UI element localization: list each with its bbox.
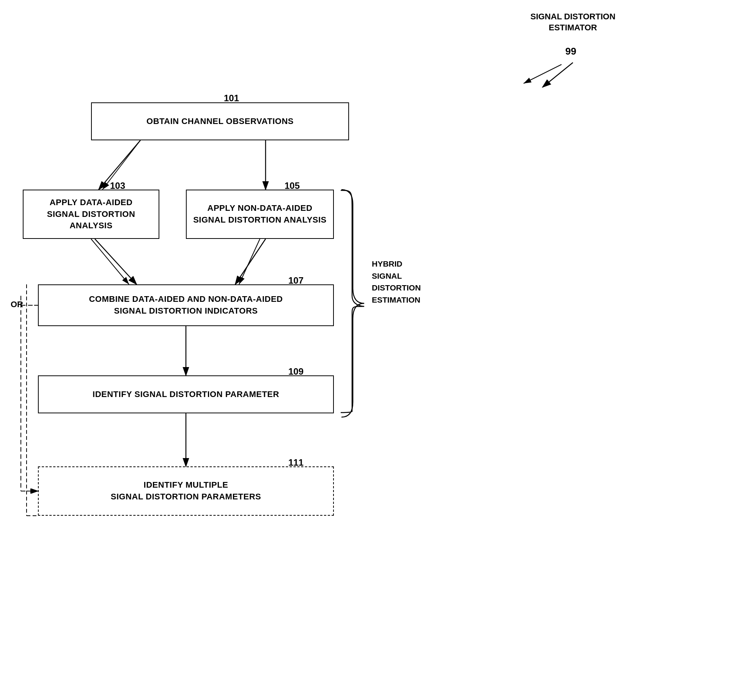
- svg-line-17: [95, 239, 137, 284]
- box-data-aided: APPLY DATA-AIDEDSIGNAL DISTORTION ANALYS…: [23, 190, 159, 239]
- svg-line-6: [239, 239, 260, 284]
- svg-line-18: [235, 239, 266, 284]
- svg-line-2: [524, 64, 562, 83]
- box-combine: COMBINE DATA-AIDED AND NON-DATA-AIDEDSIG…: [38, 284, 334, 326]
- box-non-data-aided: APPLY NON-DATA-AIDEDSIGNAL DISTORTION AN…: [186, 190, 334, 239]
- label-109: 109: [288, 366, 304, 377]
- header-label: SIGNAL DISTORTIONESTIMATOR: [512, 11, 634, 33]
- header-number: 99: [565, 46, 576, 57]
- box-identify-multiple: IDENTIFY MULTIPLESIGNAL DISTORTION PARAM…: [38, 466, 334, 516]
- svg-line-5: [91, 239, 129, 284]
- hybrid-label: HYBRIDSIGNALDISTORTIONESTIMATION: [372, 258, 421, 306]
- label-105: 105: [285, 180, 300, 191]
- diagram-container: SIGNAL DISTORTIONESTIMATOR 99 OBTAIN CHA…: [0, 0, 744, 700]
- box-identify-param: IDENTIFY SIGNAL DISTORTION PARAMETER: [38, 375, 334, 413]
- label-101: 101: [224, 93, 239, 104]
- svg-line-14: [543, 63, 573, 87]
- label-111: 111: [288, 457, 304, 468]
- box-obtain-channel: OBTAIN CHANNEL OBSERVATIONS: [91, 102, 349, 140]
- label-107: 107: [288, 275, 304, 286]
- or-label: OR: [11, 300, 23, 309]
- label-103: 103: [110, 180, 125, 191]
